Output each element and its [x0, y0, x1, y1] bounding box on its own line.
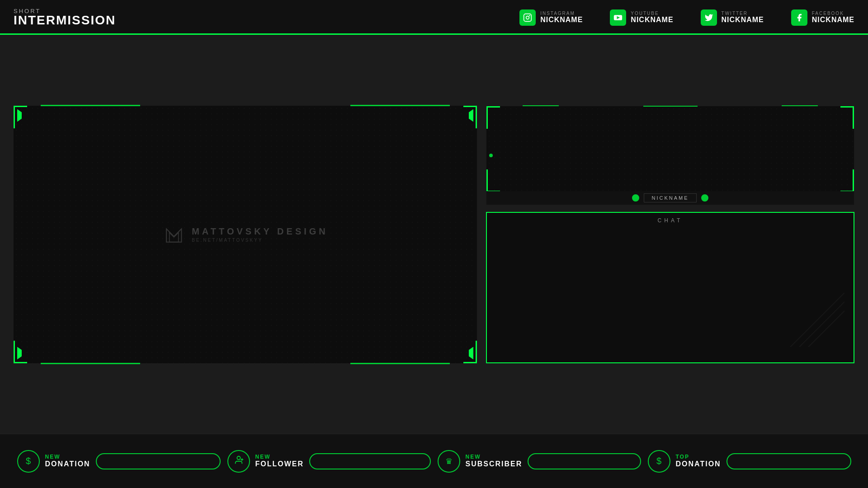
- social-youtube: YOUTUBE NICKNAME: [610, 9, 673, 26]
- twitter-text: TWITTER NICKNAME: [722, 11, 764, 24]
- watermark: MATTOVSKY DESIGN BE.NET/MATTOVSKYY: [162, 223, 328, 246]
- top-donation-icon-wrap: $: [648, 450, 670, 473]
- watermark-icon-svg: [162, 223, 185, 246]
- webcam-green-dot: [489, 154, 493, 157]
- follower-icon-wrap: [227, 450, 250, 473]
- webcam-corner-tr: [840, 106, 854, 129]
- social-twitter: TWITTER NICKNAME: [701, 9, 764, 26]
- svg-line-7: [790, 293, 844, 347]
- twitter-icon: [701, 9, 717, 26]
- webcam-dot-pattern: [486, 106, 854, 205]
- webcam-nickname-label: NICKNAME: [644, 193, 696, 202]
- svg-rect-0: [524, 14, 532, 21]
- svg-marker-6: [169, 232, 178, 242]
- social-facebook: FACEBOOK NICKNAME: [791, 9, 854, 26]
- webcam-user-icon: [632, 194, 639, 202]
- alert-subscriber: ♛ NEW SUBSCRIBER: [438, 450, 641, 473]
- webcam-panel: NICKNAME: [486, 106, 854, 205]
- follower-value-box: [309, 453, 430, 469]
- social-instagram: INSTAGRAM NICKNAME: [519, 9, 583, 26]
- edge-bottom-right-line: [350, 363, 450, 364]
- chat-header: CHAT: [487, 213, 854, 229]
- instagram-icon: [519, 9, 536, 26]
- edge-top-left-line: [41, 105, 140, 106]
- svg-line-9: [808, 311, 844, 347]
- title-block: SHORT INTERMISSION: [14, 8, 116, 27]
- watermark-logo: MATTOVSKY DESIGN BE.NET/MATTOVSKYY: [162, 223, 328, 246]
- donation-icon-wrap: $: [17, 450, 40, 473]
- subscriber-text: NEW SUBSCRIBER: [466, 454, 523, 468]
- edge-top-right-line: [350, 105, 450, 106]
- alert-donation: $ NEW DONATION: [17, 450, 221, 473]
- top-donation-value-box: [726, 453, 851, 469]
- alert-top-donation: $ TOP DONATION: [648, 450, 851, 473]
- social-links-bar: INSTAGRAM NICKNAME YOUTUBE NICKNAME: [519, 9, 854, 26]
- main-video-panel: MATTOVSKY DESIGN BE.NET/MATTOVSKYY: [14, 106, 477, 363]
- facebook-text: FACEBOOK NICKNAME: [812, 11, 854, 24]
- donation-text: NEW DONATION: [45, 454, 90, 468]
- follower-text: NEW FOLLOWER: [255, 454, 304, 468]
- webcam-corner-bl: [486, 169, 500, 192]
- alert-follower: NEW FOLLOWER: [227, 450, 431, 473]
- dollar-icon: $: [26, 456, 31, 466]
- webcam-corner-tl: [486, 106, 500, 129]
- intermission-label: INTERMISSION: [14, 14, 116, 27]
- right-panels: NICKNAME CHAT: [486, 106, 854, 363]
- webcam-top-edge-2: [523, 105, 559, 106]
- webcam-top-edge: [643, 106, 698, 107]
- edge-bottom-left-line: [41, 363, 140, 364]
- crown-icon: ♛: [445, 456, 453, 466]
- svg-point-2: [529, 15, 530, 16]
- person-icon: [234, 455, 244, 467]
- main-content: MATTOVSKY DESIGN BE.NET/MATTOVSKYY: [0, 35, 868, 434]
- svg-marker-5: [166, 229, 181, 242]
- chat-title: CHAT: [658, 217, 683, 224]
- chat-watermark-bg: [790, 293, 844, 349]
- webcam-bottom-bar: NICKNAME: [486, 191, 854, 205]
- webcam-user-icon-right: [701, 194, 708, 202]
- youtube-text: YOUTUBE NICKNAME: [631, 11, 673, 24]
- dollar-icon-top: $: [656, 456, 661, 466]
- webcam-top-edge-3: [782, 105, 818, 106]
- subscriber-icon-wrap: ♛: [438, 450, 460, 473]
- youtube-icon: [610, 9, 626, 26]
- top-donation-text: TOP DONATION: [676, 454, 721, 468]
- header-bar: SHORT INTERMISSION INSTAGRAM NICKNAME: [0, 0, 868, 35]
- instagram-text: INSTAGRAM NICKNAME: [540, 11, 583, 24]
- watermark-text: MATTOVSKY DESIGN BE.NET/MATTOVSKYY: [192, 226, 328, 243]
- bottom-alert-bar: $ NEW DONATION NEW FOLLOWER: [0, 434, 868, 488]
- webcam-corner-br: [840, 169, 854, 192]
- chat-panel: CHAT: [486, 212, 854, 363]
- facebook-icon: [791, 9, 807, 26]
- donation-value-box: [96, 453, 221, 469]
- subscriber-value-box: [528, 453, 641, 469]
- svg-point-1: [526, 16, 529, 19]
- svg-line-8: [799, 302, 844, 347]
- svg-point-10: [237, 456, 240, 460]
